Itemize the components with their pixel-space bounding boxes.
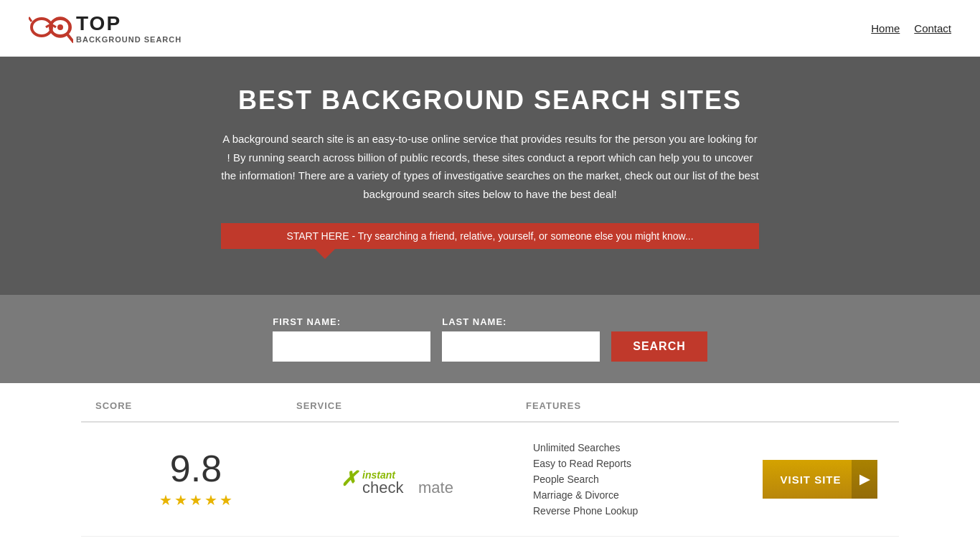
callout-arrow [315, 249, 335, 259]
first-name-label: FIRST NAME: [273, 316, 430, 327]
last-name-group: LAST NAME: [442, 316, 600, 362]
feature-item: People Search [533, 471, 755, 487]
visit-site-button-1[interactable]: VISIT SITE ▶ [763, 460, 877, 499]
header-score: SCORE [95, 400, 296, 411]
checkmate-logo-svg: ✗ instant check mate [339, 460, 483, 499]
last-name-label: LAST NAME: [442, 316, 600, 327]
header: TOP BACKGROUND SEARCH Home Contact [0, 0, 980, 57]
star-1: ★ [159, 491, 172, 509]
score-cell-1: 9.8 ★ ★ ★ ★ ★ [95, 450, 296, 509]
score-number-1: 9.8 [170, 450, 222, 487]
nav-contact[interactable]: Contact [914, 22, 951, 34]
header-action [755, 400, 885, 411]
main-nav: Home Contact [871, 22, 951, 34]
svg-line-3 [29, 17, 32, 22]
header-service: SERVICE [296, 400, 526, 411]
logo: TOP BACKGROUND SEARCH [29, 7, 182, 49]
hero-description: A background search site is an easy-to-u… [221, 130, 759, 203]
svg-text:mate: mate [418, 479, 453, 496]
logo-icon [29, 7, 73, 49]
results-table: SCORE SERVICE FEATURES 9.8 ★ ★ ★ ★ ★ ✗ [67, 390, 913, 551]
first-name-input[interactable] [273, 331, 430, 362]
feature-item: Marriage & Divorce [533, 487, 755, 503]
features-list-1: Unlimited Searches Easy to Read Reports … [533, 440, 755, 519]
feature-item: Unlimited Searches [533, 440, 755, 456]
feature-item: Reverse Phone Lookup [533, 503, 755, 519]
svg-point-6 [57, 24, 63, 30]
callout-text: START HERE - Try searching a friend, rel… [286, 230, 693, 242]
table-header: SCORE SERVICE FEATURES [81, 390, 899, 423]
svg-text:check: check [362, 479, 404, 496]
hero-title: BEST BACKGROUND SEARCH SITES [14, 85, 966, 116]
header-features: FEATURES [526, 400, 755, 411]
table-row: 9.4 ★ ★ ★ ★ ★ People Looker Accurate and… [81, 537, 899, 551]
hero-section: BEST BACKGROUND SEARCH SITES A backgroun… [0, 57, 980, 295]
stars-1: ★ ★ ★ ★ ★ [159, 491, 232, 509]
svg-text:✗: ✗ [341, 468, 359, 490]
visit-cell-1: VISIT SITE ▶ [755, 460, 885, 499]
search-section: FIRST NAME: LAST NAME: SEARCH [0, 295, 980, 383]
star-4: ★ [204, 491, 217, 509]
visit-btn-arrow-1: ▶ [852, 460, 877, 499]
feature-item: Easy to Read Reports [533, 456, 755, 471]
svg-line-5 [67, 34, 73, 42]
search-button[interactable]: SEARCH [611, 331, 707, 362]
star-3: ★ [189, 491, 202, 509]
logo-text: TOP BACKGROUND SEARCH [76, 12, 182, 44]
svg-point-0 [32, 19, 52, 36]
callout-bar: START HERE - Try searching a friend, rel… [221, 223, 759, 249]
last-name-input[interactable] [442, 331, 600, 362]
logo-sub-text: BACKGROUND SEARCH [76, 35, 182, 44]
first-name-group: FIRST NAME: [273, 316, 430, 362]
service-cell-1: ✗ instant check mate [296, 460, 526, 499]
nav-home[interactable]: Home [871, 22, 900, 34]
search-form: FIRST NAME: LAST NAME: SEARCH [14, 316, 966, 362]
logo-top-text: TOP [76, 12, 182, 35]
checkmate-logo: ✗ instant check mate [339, 460, 483, 499]
star-5: ★ [220, 491, 232, 509]
table-row: 9.8 ★ ★ ★ ★ ★ ✗ instant check mate [81, 423, 899, 537]
visit-btn-label-1: VISIT SITE [763, 474, 852, 486]
star-2: ★ [174, 491, 187, 509]
features-cell-1: Unlimited Searches Easy to Read Reports … [526, 440, 755, 519]
